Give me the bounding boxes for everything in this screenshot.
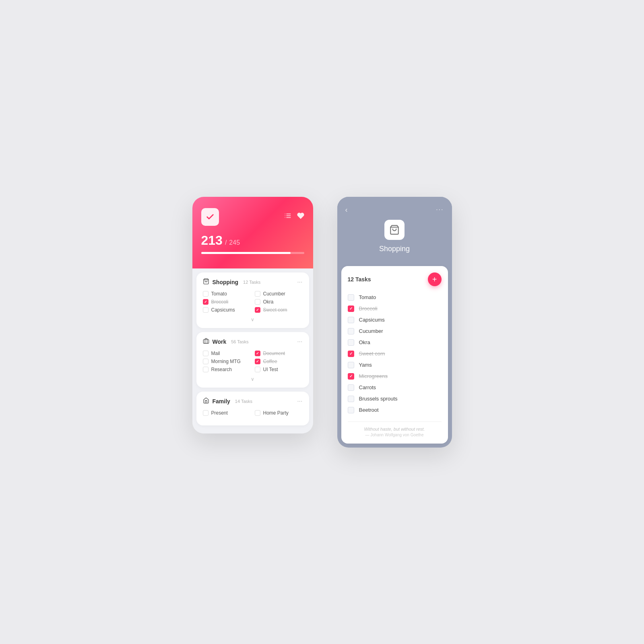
list-item: Cucumber [348,326,442,337]
list-item: Beetroot [348,405,442,416]
family-count: 14 Tasks [235,399,252,404]
task-label-done: Broccoli [359,305,378,312]
expand-footer[interactable]: ∨ [203,317,303,322]
header-gradient: 213 / 245 [192,197,313,268]
task-checkbox[interactable] [203,359,208,364]
right-title: Shopping [379,245,410,253]
home-icon [203,397,209,405]
task-checkbox[interactable] [255,410,260,416]
task-label: Brussels sprouts [359,396,398,402]
right-checkbox-checked[interactable] [348,373,354,380]
task-checkbox[interactable] [255,299,260,305]
right-checkbox[interactable] [348,294,354,301]
list-item: Brussels sprouts [348,393,442,405]
task-checkbox-checked[interactable] [255,307,260,313]
heart-icon[interactable] [297,212,304,221]
task-label: UI Test [263,367,278,372]
task-label: Present [211,410,228,416]
task-label: Okra [359,339,370,345]
work-expand-footer[interactable]: ∨ [203,376,303,382]
task-item: Broccoli [203,299,251,305]
list-item: Sweet corn [348,348,442,359]
task-checkbox[interactable] [203,410,208,416]
add-task-button[interactable]: + [428,272,442,286]
task-label: Capsicums [359,317,385,323]
family-title: Family [213,398,230,405]
list-item: Okra [348,337,442,348]
task-item: Research [203,367,251,372]
check-icon [206,213,215,221]
task-label: Carrots [359,384,376,390]
shopping-more[interactable]: ··· [297,279,302,286]
task-checkbox[interactable] [203,291,208,297]
task-label: Yams [359,362,372,368]
right-checkbox[interactable] [348,384,354,391]
task-label: Okra [263,299,274,305]
shopping-tasks-grid: Tomato Cucumber Broccoli Okra [203,291,303,313]
right-checkbox-checked[interactable] [348,351,354,357]
shopping-title: Shopping [213,279,239,285]
list-icon[interactable] [284,212,291,221]
task-label-done: Coffee [263,359,277,364]
right-phone: ‹ ··· Shopping 12 Tasks + Tomato [337,197,452,448]
task-item: Okra [255,299,303,305]
list-item: Microgreens [348,371,442,382]
task-label: Home Party [263,410,289,416]
list-item: Carrots [348,382,442,393]
task-label: Tomato [359,294,376,300]
quote-text: Without haste, but without rest. [348,427,442,431]
family-more[interactable]: ··· [297,398,302,405]
list-item: Broccoli [348,303,442,314]
task-item: Morning MTG [203,359,251,364]
task-label: Mail [211,351,220,356]
task-checkbox-checked[interactable] [255,359,260,364]
right-checkbox-checked[interactable] [348,305,354,312]
task-checkbox-checked[interactable] [203,299,208,305]
task-checkbox[interactable] [203,351,208,356]
list-item: Capsicums [348,314,442,326]
task-item: Tomato [203,291,251,297]
task-item: Mail [203,351,251,356]
task-item: Present [203,410,251,416]
family-section: Family 14 Tasks ··· Present Home Party [196,392,309,425]
task-label: Cucumber [263,291,285,297]
task-checkbox[interactable] [203,307,208,313]
counter-sep: / [225,239,227,246]
task-checkbox-checked[interactable] [255,351,260,356]
task-checkbox[interactable] [255,367,260,372]
task-label-done: Sweet corn [263,307,287,313]
task-item: Capsicums [203,307,251,313]
right-checkbox[interactable] [348,328,354,334]
quote-block: Without haste, but without rest. — Johan… [348,421,442,437]
work-more[interactable]: ··· [297,338,302,345]
task-item: Document [255,351,303,356]
task-item: Home Party [255,410,303,416]
task-item: Coffee [255,359,303,364]
work-tasks-grid: Mail Document Morning MTG Coffee [203,351,303,372]
right-tasks-count: 12 Tasks [348,276,371,283]
more-button[interactable]: ··· [436,206,444,213]
task-item: UI Test [255,367,303,372]
right-checkbox[interactable] [348,317,354,323]
family-tasks-grid: Present Home Party [203,410,303,416]
progress-bar-bg [201,252,304,254]
back-button[interactable]: ‹ [345,206,348,214]
task-label-done: Document [263,351,285,356]
right-header: ‹ ··· Shopping [337,197,452,262]
task-checkbox[interactable] [203,367,208,372]
right-checkbox[interactable] [348,407,354,413]
right-checkbox[interactable] [348,362,354,368]
progress-bar-fill [201,252,291,254]
shopping-count: 12 Tasks [243,280,260,285]
right-content: 12 Tasks + Tomato Broccoli Capsicums Cuc… [341,266,448,444]
right-checkbox[interactable] [348,339,354,346]
task-label-done: Microgreens [359,373,388,379]
task-checkbox[interactable] [255,291,260,297]
list-item: Tomato [348,292,442,303]
header-logo [201,208,219,226]
quote-author: — Johann Wolfgang von Goethe [348,433,442,437]
briefcase-icon [203,338,209,346]
task-label-done: Broccoli [211,299,229,305]
task-label: Beetroot [359,407,379,413]
right-checkbox[interactable] [348,396,354,402]
